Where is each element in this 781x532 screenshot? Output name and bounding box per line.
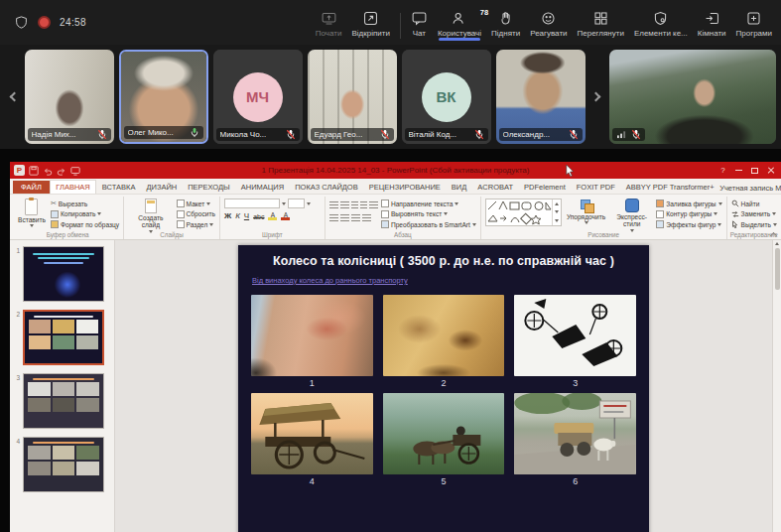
slide-thumbnail-2-current[interactable]: 2 — [12, 310, 110, 365]
shape-outline-button[interactable]: Контур фигуры — [656, 210, 721, 218]
microsoft-account[interactable]: Учетная запись Майкрософт — [719, 182, 781, 194]
indent-decrease-icon[interactable] — [351, 201, 358, 209]
slide-thumbnail-3[interactable]: 3 — [12, 373, 110, 429]
bullets-icon[interactable] — [329, 201, 338, 209]
slide-image-cell: 6 — [514, 393, 636, 491]
tab-design[interactable]: ДИЗАЙН — [141, 181, 183, 194]
font-color-button[interactable]: А — [281, 211, 290, 220]
vertical-scrollbar[interactable] — [772, 240, 781, 532]
align-left-icon[interactable] — [329, 214, 338, 222]
collapse-ribbon-button[interactable] — [770, 232, 777, 237]
quick-styles-button[interactable]: Экспресс-стили — [610, 199, 653, 232]
scroll-left-chevron[interactable] — [6, 82, 20, 112]
layout-button[interactable]: Макет — [177, 200, 215, 207]
arrange-button[interactable]: Упорядочить — [565, 199, 607, 224]
participant-tile-oleksandr[interactable]: Олександр... — [496, 50, 586, 144]
highlight-color-button[interactable]: А — [268, 211, 277, 220]
unpin-button[interactable]: Відкріпити — [346, 5, 394, 41]
tab-foxit[interactable]: FOXIT PDF — [571, 181, 620, 194]
close-button[interactable] — [763, 164, 778, 177]
window-title: 1 Презентація 14.04.2025 14_03 - PowerPo… — [10, 166, 781, 175]
select-button[interactable]: Выделить — [731, 220, 777, 228]
start-slideshow-icon[interactable] — [70, 166, 80, 176]
shape-fill-button[interactable]: Заливка фигуры — [656, 200, 721, 207]
new-slide-button[interactable]: Создать слайд — [128, 199, 174, 233]
align-text-button[interactable]: Выровнять текст — [381, 210, 476, 218]
drawing-group: Упорядочить Экспресс-стили Заливка фигур… — [481, 197, 727, 239]
shapes-gallery[interactable] — [485, 199, 562, 226]
scrollbar-thumb[interactable] — [775, 248, 780, 290]
restore-button[interactable] — [747, 164, 762, 177]
italic-button[interactable]: К — [235, 211, 240, 220]
align-center-icon[interactable] — [340, 214, 349, 222]
tab-pdfelement[interactable]: PDFelement — [519, 181, 572, 194]
indent-increase-icon[interactable] — [360, 201, 367, 209]
shapes-scroll[interactable] — [552, 200, 561, 225]
font-name-input[interactable] — [224, 199, 280, 208]
align-right-icon[interactable] — [351, 214, 360, 222]
tab-animations[interactable]: АНИМАЦИЯ — [235, 181, 289, 194]
participant-tile-nadiya[interactable]: Надія Мих... — [25, 50, 114, 144]
redo-icon[interactable] — [57, 166, 66, 176]
paste-button[interactable]: Вставить — [16, 199, 48, 227]
find-button[interactable]: Найти — [731, 200, 777, 207]
copy-icon — [51, 210, 59, 218]
breakout-rooms-button[interactable]: Кімнати — [693, 5, 731, 41]
cut-button[interactable]: ✂Вырезать — [51, 200, 119, 207]
shape-effects-button[interactable]: Эффекты фигур — [656, 220, 721, 228]
clipboard-group: Вставить ✂Вырезать Копировать Формат по … — [12, 197, 124, 239]
participant-tile-mykola[interactable]: МЧ Микола Чо... — [213, 50, 303, 144]
share-screen-button[interactable]: Почати — [311, 5, 347, 41]
numbering-icon[interactable] — [340, 201, 349, 209]
apps-button[interactable]: Програми — [731, 5, 777, 41]
dropdown-arrow-icon — [444, 212, 448, 215]
tab-acrobat[interactable]: ACROBAT — [472, 181, 519, 194]
quick-styles-icon — [625, 199, 639, 212]
tab-home[interactable]: ГЛАВНАЯ — [50, 180, 96, 194]
scroll-right-chevron[interactable] — [590, 82, 604, 112]
slide-thumbnail-1[interactable]: 1 — [12, 246, 110, 302]
participant-tile-eduard[interactable]: Едуард Гео... — [308, 50, 397, 144]
tab-slideshow[interactable]: ПОКАЗ СЛАЙДОВ — [290, 181, 364, 194]
react-button[interactable]: Реагувати — [525, 5, 572, 41]
participants-button[interactable]: 78 Користувачі — [433, 5, 486, 41]
strikethrough-button[interactable]: abc — [253, 213, 264, 220]
shape-effects-icon — [656, 220, 664, 228]
minimize-button[interactable] — [731, 164, 746, 177]
tab-transitions[interactable]: ПЕРЕХОДЫ — [183, 181, 236, 194]
reset-button[interactable]: Сбросить — [177, 210, 215, 218]
host-tools-button[interactable]: Елементи ке... — [629, 5, 693, 41]
participant-tile-vitaliy[interactable]: ВК Віталій Код... — [402, 50, 491, 144]
powerpoint-window: 1 Презентація 14.04.2025 14_03 - PowerPo… — [10, 162, 781, 532]
help-button[interactable]: ? — [716, 164, 730, 177]
section-button[interactable]: Раздел — [177, 220, 215, 228]
replace-button[interactable]: Заменить — [731, 210, 777, 218]
meeting-status: 24:58 — [14, 15, 86, 30]
tab-insert[interactable]: ВСТАВКА — [96, 181, 141, 194]
dropdown-arrow-icon — [30, 224, 34, 227]
save-icon[interactable] — [29, 166, 39, 176]
view-button[interactable]: Переглянути — [573, 5, 629, 41]
underline-button[interactable]: Ч — [244, 211, 249, 220]
chat-button[interactable]: Чат — [406, 5, 433, 41]
slide-thumbnail-4[interactable]: 4 — [12, 437, 110, 492]
participant-tile-oleg[interactable]: Олег Мико... — [119, 50, 208, 144]
bold-button[interactable]: Ж — [224, 211, 231, 220]
format-painter-button[interactable]: Формат по образцу — [51, 220, 119, 228]
text-direction-button[interactable]: Направление текста — [381, 200, 476, 207]
tab-file[interactable]: ФАЙЛ — [13, 181, 50, 194]
tab-view[interactable]: ВИД — [446, 181, 471, 194]
font-size-input[interactable] — [288, 199, 305, 208]
smartart-button[interactable]: Преобразовать в SmartArt — [381, 220, 476, 228]
line-spacing-icon[interactable] — [369, 201, 378, 209]
undo-icon[interactable] — [43, 166, 53, 176]
participant-tile-last[interactable] — [609, 50, 776, 144]
copy-button[interactable]: Копировать — [51, 210, 119, 218]
breakout-rooms-icon — [704, 10, 720, 27]
tab-review[interactable]: РЕЦЕНЗИРОВАНИЕ — [363, 181, 446, 194]
justify-icon[interactable] — [362, 214, 371, 222]
tab-abbyy[interactable]: ABBYY PDF Transformer+ — [620, 181, 719, 194]
raise-hand-button[interactable]: Підняти — [486, 5, 525, 41]
slide-image-cell: 3 — [514, 295, 636, 393]
slide-hyperlink[interactable]: Від винаходу колеса до раннього транспор… — [252, 276, 408, 285]
